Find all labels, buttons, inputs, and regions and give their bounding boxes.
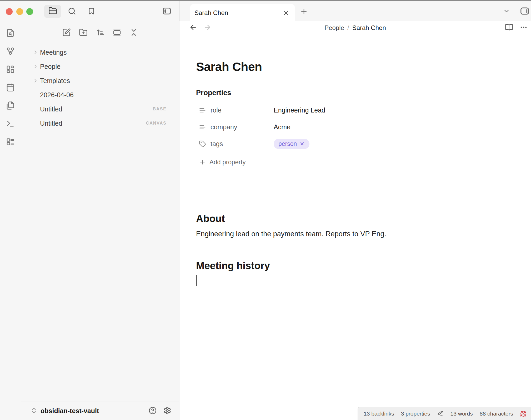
text-cursor [196,275,197,286]
search-file-ribbon-button[interactable] [6,29,15,38]
ellipsis-icon [520,23,528,32]
tab-list-dropdown-button[interactable] [501,6,512,17]
tree-folder-people[interactable]: People [21,59,179,74]
tree-folder-templates[interactable]: Templates [21,74,179,88]
book-open-icon [505,23,513,33]
panel-right-icon [520,6,530,17]
tree-item-label: Untitled [40,105,62,113]
tree-file-untitled-canvas[interactable]: Untitled CANVAS [21,116,179,130]
tree-item-label: Templates [40,77,70,85]
note-editor[interactable]: Sarah Chen Properties role Engineering L… [179,35,531,286]
tab-close-icon[interactable] [283,9,289,16]
sort-asc-icon [96,28,104,38]
arrow-left-icon [189,23,197,32]
new-tab-button[interactable] [298,6,310,18]
tag-pill-person[interactable]: person [274,139,309,149]
search-tool-button[interactable] [66,6,78,17]
status-bar: 13 backlinks 3 properties 13 words 88 ch… [358,407,531,420]
plus-icon [300,7,308,16]
bookmarks-tool-button[interactable] [86,6,97,17]
sort-order-button[interactable] [96,28,104,38]
zoom-window-button[interactable] [26,8,33,15]
templates-ribbon-button[interactable] [6,101,15,111]
about-heading[interactable]: About [196,213,520,225]
new-note-button[interactable] [62,28,71,38]
property-row-role: role Engineering Lead [196,102,520,119]
bookmark-icon [88,7,95,16]
navigate-forward-button[interactable] [203,24,212,32]
edit-mode-pencil-icon[interactable] [437,410,444,417]
gallery-view-button[interactable] [113,28,121,38]
note-header: People / Sarah Chen [179,21,531,35]
property-key-label: role [211,106,222,114]
settings-button[interactable] [163,407,171,416]
meeting-history-heading[interactable]: Meeting history [196,260,520,272]
files-tool-button[interactable] [44,5,61,18]
close-window-button[interactable] [6,8,13,15]
toggle-left-sidebar-button[interactable] [161,6,173,17]
file-type-badge: CANVAS [146,121,167,126]
chevron-right-icon[interactable] [33,78,39,84]
square-pen-icon [62,28,71,38]
tree-file-daily-note[interactable]: 2026-04-06 [21,88,179,102]
properties-count[interactable]: 3 properties [401,411,430,417]
navigate-back-button[interactable] [189,24,197,32]
tab-sarah-chen[interactable]: Sarah Chen [190,4,295,22]
left-ribbon [0,21,21,420]
remove-tag-icon[interactable] [299,141,305,146]
vault-switcher[interactable]: obsidian-test-vault [31,407,99,415]
tag-icon [199,140,206,147]
file-search-icon [6,29,15,38]
chevron-right-icon[interactable] [33,49,39,55]
tree-file-untitled-base[interactable]: Untitled BASE [21,102,179,116]
note-title[interactable]: Sarah Chen [196,60,520,74]
more-options-button[interactable] [519,24,528,32]
new-folder-button[interactable] [79,28,88,38]
chevron-right-icon[interactable] [33,64,39,69]
property-value[interactable]: Engineering Lead [274,106,325,114]
property-value[interactable]: Acme [274,123,290,131]
git-fork-icon [6,47,15,57]
tree-item-label: Untitled [40,120,62,127]
collapse-all-button[interactable] [129,28,138,38]
breadcrumb-current[interactable]: Sarah Chen [352,24,386,32]
terminal-icon [6,119,15,129]
sync-error-icon[interactable] [520,410,527,417]
reading-mode-button[interactable] [505,24,513,32]
minimize-window-button[interactable] [16,8,23,15]
word-count: 13 words [450,411,473,417]
canvas-ribbon-button[interactable] [6,65,15,75]
list-details-ribbon-button[interactable] [6,137,15,147]
property-key-label: tags [211,140,223,148]
tree-folder-meetings[interactable]: Meetings [21,45,179,59]
help-button[interactable] [149,407,157,416]
text-property-icon [199,124,206,131]
list-details-icon [6,137,15,147]
gear-icon [163,407,171,416]
properties-list: role Engineering Lead company Acme tags [196,102,520,152]
properties-heading: Properties [196,89,520,97]
terminal-ribbon-button[interactable] [6,119,15,129]
property-row-tags: tags person [196,135,520,152]
search-icon [68,7,76,16]
daily-note-ribbon-button[interactable] [6,83,15,93]
gallery-vertical-icon [113,28,121,38]
property-key[interactable]: company [196,123,274,131]
breadcrumb-parent[interactable]: People [324,24,344,32]
add-property-button[interactable]: Add property [196,156,520,168]
about-body[interactable]: Engineering lead on the payments team. R… [196,229,520,239]
titlebar: Sarah Chen [0,1,531,21]
help-circle-icon [149,407,157,416]
toggle-right-sidebar-button[interactable] [519,6,530,17]
property-key[interactable]: tags [196,140,274,148]
calendar-icon [6,83,15,93]
tag-pill-label: person [278,140,297,147]
tab-title: Sarah Chen [194,9,228,17]
breadcrumb-separator: / [344,24,352,32]
property-key[interactable]: role [196,106,274,114]
property-value: person [274,139,309,149]
file-explorer-pane: Meetings People Templates 2026-04-06 Unt… [21,21,179,420]
graph-view-ribbon-button[interactable] [6,47,15,57]
character-count: 88 characters [480,411,513,417]
backlinks-count[interactable]: 13 backlinks [364,411,394,417]
